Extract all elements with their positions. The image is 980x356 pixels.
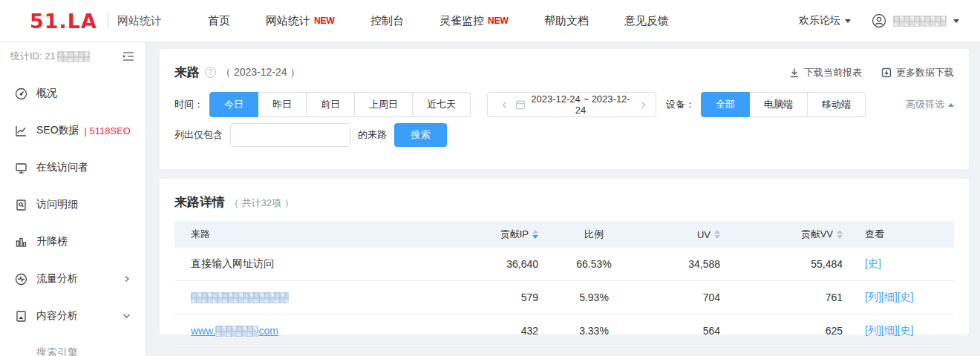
- time-option-today[interactable]: 今日: [209, 92, 258, 117]
- sidebar-item-rank-changes[interactable]: 升降榜: [0, 223, 146, 260]
- chevron-down-icon: [845, 19, 851, 23]
- list-link[interactable]: [列]: [865, 291, 881, 303]
- help-icon[interactable]: ?: [205, 67, 216, 78]
- history-link[interactable]: [史]: [865, 257, 881, 269]
- user-menu[interactable]: [872, 13, 959, 28]
- device-option-all[interactable]: 全部: [701, 92, 750, 117]
- blurred-username: [893, 16, 947, 27]
- advanced-filter-label: 高级筛选: [906, 98, 944, 111]
- bar-chart-icon: [15, 236, 27, 248]
- ratio-value: 3.33%: [538, 325, 650, 337]
- sidebar-item-online-visitors[interactable]: 在线访问者: [0, 149, 146, 186]
- sidebar-item-overview[interactable]: 概况: [0, 75, 146, 112]
- sidebar-item-content-analysis[interactable]: 内容分析: [0, 297, 146, 334]
- uv-value: 34,588: [650, 258, 720, 270]
- logo[interactable]: 51.LA: [30, 10, 97, 33]
- time-option-last-7-days[interactable]: 近七天: [413, 92, 471, 117]
- chevron-right-icon: [123, 275, 131, 283]
- detail-link[interactable]: [细]: [881, 291, 898, 303]
- col-header-ip[interactable]: 贡献IP: [471, 228, 538, 241]
- ratio-value: 66.53%: [538, 258, 650, 270]
- detail-link[interactable]: [细]: [881, 324, 898, 336]
- nav-item-site-stats[interactable]: 网站统计 NEW: [266, 14, 335, 28]
- main-content: 来路 ? （ 2023-12-24 ） 下载当前报表: [146, 42, 980, 356]
- vv-value: 761: [720, 291, 843, 303]
- time-option-yesterday[interactable]: 昨日: [258, 92, 307, 117]
- device-option-mobile[interactable]: 移动端: [808, 92, 866, 117]
- download-report-label: 下载当前报表: [804, 66, 862, 79]
- col-header-source: 来路: [174, 228, 471, 241]
- sidebar-item-seo-data[interactable]: SEO数据 | 5118SEO: [0, 112, 146, 149]
- forum-dropdown[interactable]: 欢乐论坛: [799, 14, 851, 27]
- download-icon: [789, 67, 800, 78]
- table-row: 579 5.93% 704 761 [列][细][史]: [174, 281, 954, 314]
- logo-divider: [108, 13, 108, 29]
- pulse-circle-icon: [15, 273, 27, 286]
- sidebar-item-visit-details[interactable]: 访问明细: [0, 186, 146, 223]
- seo-5118-link[interactable]: | 5118SEO: [85, 125, 131, 136]
- more-downloads-label: 更多数据下载: [896, 66, 954, 79]
- nav-item-lark-monitor[interactable]: 灵雀监控 NEW: [440, 14, 509, 28]
- blurred-referrer-link[interactable]: [191, 292, 289, 303]
- referrer-details-card: 来路详情 （ 共计32项 ） 来路 贡献IP 比例 UV: [160, 179, 969, 334]
- referrer-search-input[interactable]: [230, 123, 350, 147]
- nav-item-label: 灵雀监控: [440, 14, 484, 28]
- time-filter-label: 时间：: [174, 98, 203, 111]
- sort-icon-uv[interactable]: [714, 230, 720, 239]
- list-link[interactable]: [列]: [865, 324, 881, 336]
- sidebar-item-search-engines[interactable]: 搜索引擎: [0, 334, 146, 356]
- nav-item-label: 网站统计: [266, 14, 310, 28]
- sidebar-header: 统计ID: 21: [0, 42, 146, 70]
- col-header-uv[interactable]: UV: [650, 229, 720, 240]
- vv-value: 625: [720, 325, 843, 337]
- page-title: 来路: [174, 64, 200, 81]
- date-range-value: 2023-12-24 ~ 2023-12-24: [527, 93, 634, 116]
- referrer-source: 直接输入网址访问: [174, 257, 471, 271]
- product-name: 网站统计: [117, 14, 162, 28]
- user-avatar-icon: [872, 13, 886, 28]
- col-header-ratio: 比例: [538, 228, 650, 241]
- ratio-value: 5.93%: [538, 291, 650, 303]
- nav-item-console[interactable]: 控制台: [370, 14, 404, 28]
- nav-item-label: 首页: [208, 14, 230, 28]
- chevron-up-icon: [948, 103, 954, 107]
- history-link[interactable]: [史]: [898, 291, 914, 303]
- search-suffix-label: 的来路: [358, 128, 387, 142]
- vv-value: 55,484: [720, 258, 843, 270]
- col-header-vv[interactable]: 贡献VV: [720, 228, 843, 241]
- forum-label: 欢乐论坛: [799, 14, 840, 27]
- referrer-filter-card: 来路 ? （ 2023-12-24 ） 下载当前报表: [160, 49, 969, 169]
- search-button[interactable]: 搜索: [394, 123, 447, 147]
- monitor-icon: [15, 162, 27, 174]
- referrer-link[interactable]: com: [258, 325, 278, 337]
- history-link[interactable]: [史]: [898, 324, 914, 336]
- sidebar: 统计ID: 21 概况: [0, 42, 146, 356]
- sidebar-item-traffic-analysis[interactable]: 流量分析: [0, 260, 146, 297]
- time-option-last-sunday[interactable]: 上周日: [355, 92, 413, 117]
- time-range-button-group: 今日 昨日 前日 上周日 近七天: [209, 92, 471, 117]
- download-report-link[interactable]: 下载当前报表: [789, 66, 862, 79]
- blurred-referrer-link[interactable]: [215, 326, 258, 337]
- chevron-right-icon[interactable]: [634, 101, 648, 109]
- col-header-view: 查看: [843, 228, 954, 241]
- chevron-left-icon[interactable]: [495, 101, 509, 109]
- device-option-pc[interactable]: 电脑端: [750, 92, 808, 117]
- time-option-day-before[interactable]: 前日: [307, 92, 355, 117]
- advanced-filter-toggle[interactable]: 高级筛选: [906, 98, 954, 111]
- navbar-right: 欢乐论坛: [799, 13, 959, 28]
- collapse-sidebar-icon[interactable]: [122, 51, 135, 62]
- date-range-picker[interactable]: 2023-12-24 ~ 2023-12-24: [487, 92, 656, 117]
- nav-item-help-docs[interactable]: 帮助文档: [544, 14, 589, 28]
- nav-item-feedback[interactable]: 意见反馈: [624, 14, 669, 28]
- more-downloads-link[interactable]: 更多数据下载: [881, 66, 954, 79]
- uv-value: 564: [650, 325, 720, 337]
- device-filter-label: 设备：: [666, 98, 695, 111]
- referrer-link[interactable]: www.: [191, 325, 215, 337]
- new-badge: NEW: [314, 16, 335, 26]
- sort-icon-vv[interactable]: [837, 230, 843, 239]
- nav-item-home[interactable]: 首页: [208, 14, 230, 28]
- sort-icon-ip[interactable]: [532, 230, 538, 239]
- sidebar-item-label: 访问明细: [36, 198, 78, 211]
- sidebar-item-label: 升降榜: [36, 235, 68, 248]
- chevron-down-icon: [122, 312, 131, 320]
